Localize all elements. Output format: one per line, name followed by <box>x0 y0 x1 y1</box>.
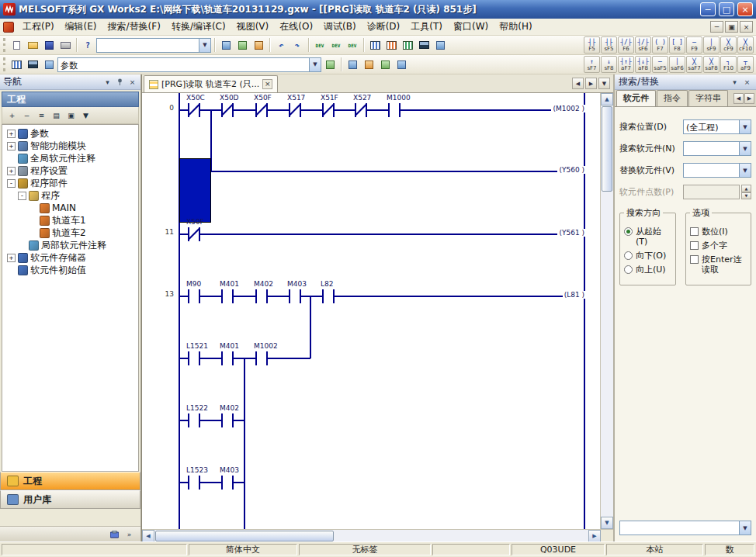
read-mode-icon[interactable] <box>41 57 57 72</box>
search-tab-指令[interactable]: 指令 <box>657 90 688 106</box>
note-display-icon[interactable] <box>394 57 409 72</box>
menu-item[interactable]: 诊断(D) <box>362 19 406 35</box>
ladder-contact-nc[interactable] <box>188 103 200 117</box>
ladder-contact-no[interactable] <box>388 103 401 117</box>
search-tab-right-icon[interactable]: ▶ <box>744 93 754 104</box>
save-project-icon[interactable] <box>41 38 57 53</box>
tab-close-icon[interactable]: × <box>262 79 272 89</box>
combo-dropdown-icon[interactable]: ▼ <box>739 120 751 133</box>
ladder-contact-nc[interactable] <box>221 103 234 117</box>
search-panel-close-icon[interactable]: × <box>742 77 752 87</box>
fkey-sF8-button[interactable]: ↓sF8 <box>601 56 617 73</box>
monitor-mode-icon[interactable] <box>25 57 40 72</box>
search-device-combo[interactable]: ▼ <box>683 141 751 156</box>
combo-dropdown-icon[interactable]: ▼ <box>739 142 751 155</box>
fkey-aF7-button[interactable]: ┤↑├aF7 <box>618 56 634 73</box>
ladder-contact-no[interactable] <box>221 413 234 427</box>
tab-list-dropdown-icon[interactable]: ▼ <box>598 78 610 89</box>
monitor-stop-icon[interactable] <box>432 38 448 53</box>
ladder-coil[interactable]: (Y560 ) <box>557 166 586 174</box>
collapse-icon[interactable]: - <box>18 192 26 200</box>
ladder-contact-nc[interactable] <box>322 103 335 117</box>
combo-dropdown-icon[interactable]: ▼ <box>309 58 321 71</box>
fkey-sF5-button[interactable]: ┤├sF5 <box>601 36 617 54</box>
spinner-buttons[interactable]: ▲▼ <box>741 185 751 199</box>
menu-item[interactable]: 在线(O) <box>274 19 318 35</box>
ladder-coil[interactable]: (L81 ) <box>563 291 586 299</box>
fkey-saF5-button[interactable]: ─saF5 <box>652 56 668 73</box>
redo-icon[interactable]: ↷ <box>290 38 305 53</box>
menu-item[interactable]: 调试(B) <box>318 19 362 35</box>
vertical-scroll-thumb[interactable] <box>602 106 612 192</box>
search-panel-chevron-icon[interactable]: ▾ <box>730 77 740 87</box>
nav-close-icon[interactable]: × <box>127 77 137 87</box>
spin-down-icon[interactable]: ▼ <box>741 192 751 200</box>
scroll-left-icon[interactable]: ◀ <box>142 530 154 542</box>
fkey-saF6-button[interactable]: │saF6 <box>669 56 685 73</box>
ladder-contact-no[interactable] <box>188 413 200 427</box>
fkey-F6-button[interactable]: ┤/├F6 <box>618 36 634 54</box>
nav-expand-all-icon[interactable]: + <box>5 109 19 122</box>
fkey-aF8-button[interactable]: ┤↓├aF8 <box>635 56 651 73</box>
ladder-contact-no[interactable] <box>188 476 200 490</box>
fkey-cF10-button[interactable]: ╳cF10 <box>737 36 754 54</box>
tree-item[interactable]: -程序 <box>4 189 138 202</box>
scroll-right-icon[interactable]: ▶ <box>588 530 601 542</box>
fkey-saF8-button[interactable]: ╳saF8 <box>703 56 720 73</box>
open-project-icon[interactable] <box>25 38 40 53</box>
fkey-F5-button[interactable]: ┤├F5 <box>584 36 600 54</box>
program-verify-icon[interactable] <box>400 38 415 53</box>
ladder-contact-no[interactable] <box>188 289 200 303</box>
program-read-icon[interactable] <box>367 38 383 53</box>
ladder-contact-no[interactable] <box>221 476 234 490</box>
search-tab-left-icon[interactable]: ◀ <box>733 93 744 104</box>
vertical-scrollbar[interactable]: ▲ ▼ <box>600 93 613 529</box>
minimize-button[interactable]: ─ <box>700 2 716 16</box>
maximize-button[interactable]: □ <box>719 2 734 16</box>
search-result-dropdown-icon[interactable]: ▼ <box>739 521 751 535</box>
window-select-combo[interactable]: ▼ <box>96 38 211 53</box>
cut-icon[interactable] <box>218 38 234 53</box>
checkbox-option[interactable]: 多个字 <box>690 240 747 251</box>
search-result-combo[interactable]: ▼ <box>619 521 751 535</box>
fkey-F7-button[interactable]: ( )F7 <box>652 36 668 54</box>
combo-dropdown-icon[interactable]: ▼ <box>739 164 751 177</box>
device-monitor-icon[interactable]: DEV <box>328 38 344 53</box>
horizontal-scroll-thumb[interactable] <box>155 531 334 541</box>
tab-scroll-right-icon[interactable]: ▶ <box>585 78 597 89</box>
ladder-contact-nc[interactable] <box>188 227 200 241</box>
menu-item[interactable]: 工程(P) <box>17 19 60 35</box>
fkey-F10-button[interactable]: ┐F10 <box>720 56 737 73</box>
pin-icon[interactable] <box>115 77 125 87</box>
tree-item[interactable]: +程序设置 <box>4 164 138 177</box>
document-system-icon[interactable] <box>3 22 14 33</box>
parameter-combo[interactable]: 参数▼ <box>57 57 321 72</box>
statement-display-icon[interactable] <box>377 57 393 72</box>
paste-icon[interactable] <box>251 38 266 53</box>
ladder-contact-nc[interactable] <box>289 103 301 117</box>
ladder-contact-no[interactable] <box>188 351 200 365</box>
fkey-F9-button[interactable]: ─F9 <box>686 36 702 54</box>
collapse-icon[interactable]: - <box>7 179 16 188</box>
undo-icon[interactable]: ↶ <box>273 38 289 53</box>
fkey-saF7-button[interactable]: ╳saF7 <box>686 56 702 73</box>
nav-filter-icon[interactable]: ▤ <box>50 109 63 122</box>
expand-icon[interactable]: + <box>7 142 16 150</box>
ladder-selection-cursor[interactable] <box>179 158 211 223</box>
ladder-contact-no[interactable] <box>221 351 234 365</box>
radio-option[interactable]: 向下(O) <box>624 251 671 261</box>
program-write-icon[interactable] <box>383 38 399 53</box>
scroll-up-icon[interactable]: ▲ <box>601 93 613 106</box>
mdi-minimize-button[interactable]: ─ <box>710 21 723 33</box>
checkbox-option[interactable]: 按Enter连读取 <box>690 254 747 275</box>
chevron-down-icon[interactable]: ▾ <box>102 77 113 87</box>
menu-item[interactable]: 工具(T) <box>405 19 448 35</box>
tree-item[interactable]: +智能功能模块 <box>4 140 138 152</box>
tree-item[interactable]: +软元件存储器 <box>4 251 138 264</box>
close-button[interactable]: × <box>737 2 753 16</box>
tree-item[interactable]: 软元件初始值 <box>4 264 138 276</box>
menu-item[interactable]: 视图(V) <box>231 19 275 35</box>
nav-settings-icon[interactable]: ▣ <box>64 109 78 122</box>
ladder-contact-no[interactable] <box>255 351 268 365</box>
connection-destination-icon[interactable] <box>109 529 120 539</box>
